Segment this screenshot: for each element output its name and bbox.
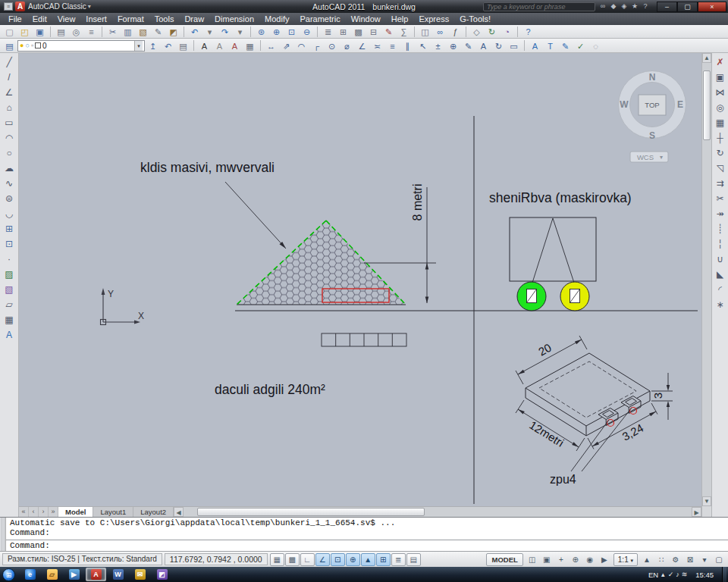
stretch-icon[interactable]: ⇉ <box>712 176 728 190</box>
drawing-canvas[interactable]: N W E S TOP WCS ▾ <box>19 53 701 506</box>
attach-xref-icon[interactable]: ◫ <box>418 26 432 37</box>
scroll-right-icon[interactable]: ▶ <box>692 507 701 517</box>
wcs-dropdown-icon[interactable]: ▾ <box>660 154 663 161</box>
copy-clip-icon[interactable]: ▥ <box>121 26 135 37</box>
region-icon[interactable]: ▱ <box>2 297 17 311</box>
quick-properties-icon[interactable]: ▤ <box>406 553 421 566</box>
match-properties-icon[interactable]: ✎ <box>151 26 165 37</box>
menu-parametric[interactable]: Parametric <box>294 13 345 25</box>
volume-icon[interactable]: ♪ <box>676 571 679 578</box>
viewcube-east[interactable]: E <box>677 99 683 110</box>
dim-update-icon[interactable]: ↻ <box>491 40 506 52</box>
search-icon[interactable]: ∞ <box>598 2 608 11</box>
spline-icon[interactable]: ∿ <box>2 176 17 190</box>
properties-palette-icon[interactable]: ≣ <box>321 26 335 37</box>
command-window[interactable]: Automatic save to C:\Users\Giorgi\appdat… <box>0 517 728 551</box>
tab-scroll-first-icon[interactable]: « <box>19 507 29 517</box>
help-icon[interactable]: ? <box>521 26 535 37</box>
status-bar-menu-icon[interactable]: ▾ <box>698 553 711 566</box>
autocad-button[interactable]: A <box>86 568 106 581</box>
vscroll-thumb[interactable] <box>703 70 711 140</box>
polygon-icon[interactable]: ⌂ <box>2 100 17 114</box>
sheet-set-manager-icon[interactable]: ⊟ <box>366 26 381 37</box>
3d-orbit-icon[interactable]: ↻ <box>485 26 499 37</box>
tab-scroll-right-icon[interactable]: › <box>39 507 49 517</box>
break-at-point-icon[interactable]: ┊ <box>712 221 728 236</box>
zoom-window-icon[interactable]: ⊡ <box>284 26 299 37</box>
layer-states-manager-icon[interactable]: ▤ <box>176 40 190 52</box>
line-icon[interactable]: ╱ <box>2 55 17 69</box>
grid-display-icon[interactable]: ▩ <box>285 553 300 566</box>
menu-view[interactable]: View <box>52 13 81 25</box>
edit-text-icon[interactable]: ✎ <box>558 40 573 52</box>
autocad-logo-icon[interactable]: A <box>15 2 25 11</box>
menu-tools[interactable]: Tools <box>149 13 180 25</box>
construction-line-icon[interactable]: / <box>2 70 17 84</box>
dynamic-ucs-icon[interactable]: ▲ <box>361 553 375 566</box>
layer-dropdown[interactable]: ●○▫ 0 ▾ <box>17 40 145 52</box>
action-center-icon[interactable]: ✓ <box>668 571 674 578</box>
rotate-icon[interactable]: ↻ <box>712 146 728 160</box>
minimize-button[interactable]: – <box>657 2 677 12</box>
dim-baseline-icon[interactable]: ≡ <box>385 40 400 52</box>
text-style-icon[interactable]: A <box>197 40 212 52</box>
move-icon[interactable]: ┼ <box>712 130 728 145</box>
polar-tracking-icon[interactable]: ∠ <box>315 553 330 566</box>
toolbar-lock-icon[interactable]: ⊠ <box>683 553 697 566</box>
close-button[interactable]: × <box>698 2 726 12</box>
make-block-icon[interactable]: ⊡ <box>2 236 17 251</box>
gradient-icon[interactable]: ▧ <box>2 282 17 296</box>
show-desktop-button[interactable] <box>722 567 726 582</box>
dim-diameter-icon[interactable]: ⌀ <box>340 40 354 52</box>
arc-icon[interactable]: ◠ <box>2 130 17 145</box>
point-icon[interactable]: · <box>2 252 17 266</box>
center-mark-icon[interactable]: ⊕ <box>446 40 460 52</box>
hatch-icon[interactable]: ▨ <box>2 267 17 281</box>
ortho-mode-icon[interactable]: ∟ <box>300 553 315 566</box>
menu-g-tools[interactable]: G-Tools! <box>454 13 496 25</box>
quickcalc-icon[interactable]: ∑ <box>397 26 411 37</box>
redo-list-icon[interactable]: ▾ <box>233 26 247 37</box>
pan-status-icon[interactable]: + <box>554 553 568 566</box>
menu-express[interactable]: Express <box>413 13 454 25</box>
spell-check-icon[interactable]: ✓ <box>573 40 588 52</box>
quick-view-drawings-icon[interactable]: ▣ <box>540 553 554 566</box>
join-icon[interactable]: ∪ <box>712 252 728 266</box>
paste-icon[interactable]: ▧ <box>136 26 150 37</box>
layer-properties-manager-icon[interactable]: ▤ <box>2 40 17 52</box>
annotation-style-icon[interactable]: A <box>212 40 227 52</box>
menu-format[interactable]: Format <box>112 13 149 25</box>
show-motion-icon[interactable]: ▶ <box>598 553 611 566</box>
block-editor-icon[interactable]: ◩ <box>166 26 180 37</box>
annotation-visibility-icon[interactable]: ▲ <box>640 553 654 566</box>
dim-arc-length-icon[interactable]: ◠ <box>294 40 309 52</box>
mtext-icon[interactable]: A <box>528 40 542 52</box>
revision-cloud-icon[interactable]: ☁ <box>2 161 17 175</box>
language-indicator[interactable]: EN <box>648 571 658 579</box>
plot-preview-icon[interactable]: ◎ <box>69 26 83 37</box>
dim-style-manager-icon[interactable]: ▭ <box>507 40 521 52</box>
menu-window[interactable]: Window <box>346 13 386 25</box>
annotation-scale-button[interactable]: 1:1 ▾ <box>613 553 638 566</box>
break-icon[interactable]: ╎ <box>712 236 728 251</box>
auto-annotation-scale-icon[interactable]: ∷ <box>654 553 668 566</box>
dim-angular-icon[interactable]: ∠ <box>355 40 369 52</box>
dim-ordinate-icon[interactable]: ┌ <box>309 40 324 52</box>
clean-screen-icon[interactable]: ▢ <box>712 553 726 566</box>
scroll-left-icon[interactable]: ◀ <box>174 507 184 517</box>
entrance-circle-yellow[interactable] <box>560 282 589 311</box>
horizontal-scrollbar[interactable]: ◀ ▶ <box>174 507 701 517</box>
dim-aligned-icon[interactable]: ⇗ <box>279 40 293 52</box>
communication-center-icon[interactable]: ◈ <box>619 2 629 11</box>
browser-button[interactable]: e <box>20 568 40 581</box>
infocenter-search-input[interactable] <box>483 2 595 11</box>
media-player-button[interactable]: ▶ <box>64 568 84 581</box>
menu-insert[interactable]: Insert <box>80 13 112 25</box>
copy-icon[interactable]: ▣ <box>712 70 728 84</box>
pan-realtime-icon[interactable]: ⊛ <box>254 26 268 37</box>
steering-wheel-icon[interactable]: ◉ <box>583 553 597 566</box>
vscroll-track[interactable] <box>702 63 711 496</box>
hscroll-thumb[interactable] <box>197 508 425 516</box>
tab-scroll-left-icon[interactable]: ‹ <box>29 507 39 517</box>
word-button[interactable]: W <box>108 568 128 581</box>
